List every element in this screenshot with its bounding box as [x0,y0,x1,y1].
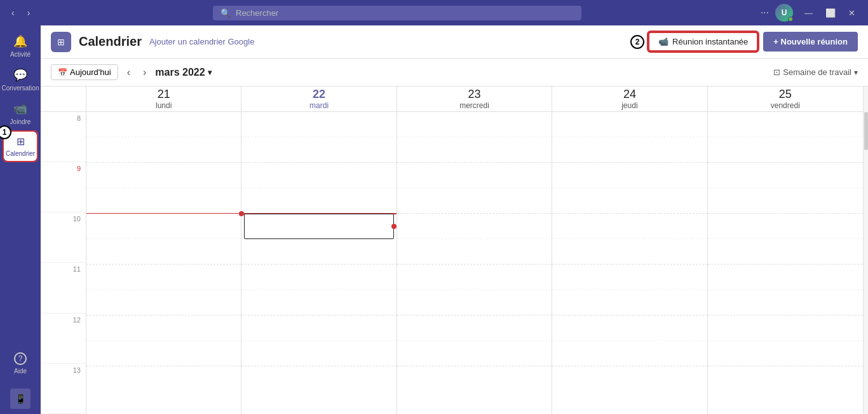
slot-22-11[interactable] [241,265,396,315]
titlebar-nav: ‹ › [8,6,34,19]
sidebar-bottom: ? Aide 📱 [4,348,37,409]
scrollbar-track[interactable] [863,86,868,414]
day-col-23: 23 mercredi [397,86,552,414]
slot-24-11[interactable] [552,265,707,315]
titlebar: ‹ › 🔍 ··· U — ⬜ ✕ [0,0,868,25]
sidebar: 🔔 Activité 💬 Conversation 📹 Joindre ⊞ Ca… [0,25,41,414]
day-col-24: 24 jeudi [552,86,707,414]
slot-23-11[interactable] [397,265,552,315]
time-slot-12: 12 [41,314,86,364]
nav-back-button[interactable]: ‹ [8,6,18,19]
slot-25-9[interactable] [708,163,863,214]
time-slot-8: 8 [41,112,86,162]
slot-25-10[interactable] [708,214,863,265]
reunion-instantanee-wrapper: 2 📹 Réunion instantanée [630,32,758,52]
app-body: 🔔 Activité 💬 Conversation 📹 Joindre ⊞ Ca… [0,25,868,414]
day-col-25: 25 vendredi [708,86,863,414]
slot-21-10[interactable] [86,214,241,265]
slot-24-8[interactable] [552,112,707,163]
nouvelle-reunion-button[interactable]: + Nouvelle réunion [763,32,858,52]
view-grid-icon: ⊡ [773,67,780,77]
month-label[interactable]: mars 2022 ▾ [155,67,211,78]
chat-icon: 💬 [13,68,27,82]
today-button[interactable]: 📅 Aujourd'hui [51,64,118,80]
meeting-resize-handle[interactable] [391,224,397,229]
days-grid: 21 lundi 22 [86,86,863,414]
day-name-22: mardi [309,101,329,110]
sidebar-item-calendrier-wrapper: ⊞ Calendrier 1 [4,132,37,161]
day-slots-24[interactable] [552,112,707,414]
day-slots-22[interactable] [241,112,396,414]
add-google-calendar-link[interactable]: Ajouter un calendrier Google [149,37,255,46]
day-number-21: 21 [158,88,170,101]
slot-23-12[interactable] [397,315,552,366]
time-line-21 [86,213,241,214]
titlebar-right: ··· U — ⬜ ✕ [761,4,860,22]
day-col-22: 22 mardi [241,86,397,414]
more-options-button[interactable]: ··· [761,7,769,18]
slot-21-11[interactable] [86,265,241,315]
day-number-22: 22 [313,88,325,101]
slot-25-8[interactable] [708,112,863,163]
slot-21-8[interactable] [86,112,241,163]
slot-25-12[interactable] [708,315,863,366]
search-bar[interactable]: 🔍 [213,6,581,20]
meeting-block[interactable] [244,214,393,239]
slot-23-10[interactable] [397,214,552,265]
slot-23-8[interactable] [397,112,552,163]
time-slot-13: 13 [41,364,86,414]
calendar-nav-left: 📅 Aujourd'hui ‹ › mars 2022 ▾ [51,64,212,80]
slot-22-12[interactable] [241,315,396,366]
slot-23-9[interactable] [397,163,552,214]
sidebar-item-joindre-label: Joindre [10,118,31,125]
bell-icon: 🔔 [13,34,27,48]
slot-21-9[interactable] [86,163,241,214]
day-slots-21[interactable] [86,112,241,414]
avatar[interactable]: U [775,4,793,22]
status-dot [788,17,793,22]
close-button[interactable]: ✕ [843,8,860,18]
slot-22-8[interactable] [241,112,396,163]
sidebar-mobile-button[interactable]: 📱 [10,389,31,409]
time-slot-9: 9 [41,162,86,212]
calendar-header-left: ⊞ Calendrier Ajouter un calendrier Googl… [51,32,254,52]
next-week-button[interactable]: › [139,66,150,79]
slot-24-12[interactable] [552,315,707,366]
day-name-25: vendredi [771,101,800,110]
slot-22-9[interactable] [241,163,396,214]
view-chevron-down-icon: ▾ [854,68,858,77]
time-slot-11: 11 [41,263,86,313]
sidebar-item-joindre[interactable]: 📹 Joindre [4,98,37,129]
day-header-23: 23 mercredi [397,86,552,112]
prev-week-button[interactable]: ‹ [123,66,134,79]
chevron-down-icon: ▾ [208,68,212,77]
search-input[interactable] [236,8,574,18]
sidebar-item-aide[interactable]: ? Aide [4,348,37,378]
video-icon: 📹 [13,102,27,116]
slot-21-12[interactable] [86,315,241,366]
slot-25-11[interactable] [708,265,863,315]
sidebar-item-activite[interactable]: 🔔 Activité [4,31,37,62]
sidebar-item-calendrier-label: Calendrier [6,150,35,157]
day-slots-25[interactable] [708,112,863,414]
slot-24-10[interactable] [552,214,707,265]
slot-24-9[interactable] [552,163,707,214]
minimize-button[interactable]: — [799,8,818,18]
reunion-instantanee-button[interactable]: 📹 Réunion instantanée [648,32,758,52]
calendar-header: ⊞ Calendrier Ajouter un calendrier Googl… [41,25,868,59]
calendar-small-icon: 📅 [58,68,67,77]
window-controls: — ⬜ ✕ [799,8,860,18]
sidebar-item-conversation[interactable]: 💬 Conversation [4,64,37,95]
main-calendar: ⊞ Calendrier Ajouter un calendrier Googl… [41,25,868,414]
day-slots-23[interactable] [397,112,552,414]
scrollbar-thumb[interactable] [864,112,868,150]
maximize-button[interactable]: ⬜ [820,8,841,18]
day-header-21: 21 lundi [86,86,241,112]
time-column: 8 9 10 11 12 13 [41,86,86,414]
calendar-icon: ⊞ [17,135,25,148]
calendar-nav-right[interactable]: ⊡ Semaine de travail ▾ [773,67,858,77]
nav-forward-button[interactable]: › [24,6,34,19]
sidebar-item-activite-label: Activité [10,51,31,58]
day-number-23: 23 [468,88,480,101]
day-number-24: 24 [623,88,636,101]
